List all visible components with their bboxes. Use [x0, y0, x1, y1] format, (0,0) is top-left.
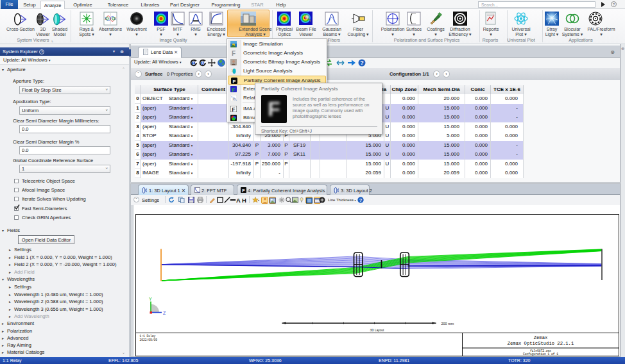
svg-text:A: A [201, 62, 204, 65]
svg-text:1: 1 [193, 62, 194, 65]
svg-text:?: ? [360, 60, 364, 66]
svg-text:1:1 Relay: 1:1 Relay [139, 335, 155, 338]
svg-text:F: F [232, 87, 235, 92]
svg-text:F: F [233, 78, 236, 84]
svg-text:?: ? [359, 197, 363, 203]
svg-text:Zemax: Zemax [533, 335, 547, 340]
svg-text:Zemax OpticStudio 22.1.1: Zemax OpticStudio 22.1.1 [507, 341, 574, 346]
svg-text:F: F [268, 97, 280, 120]
svg-text:Z: Z [163, 311, 166, 315]
svg-text:F: F [232, 106, 235, 112]
svg-text:200 mm: 200 mm [441, 322, 454, 326]
svg-text:F: F [232, 50, 235, 56]
svg-text:Configuration 1 of 1: Configuration 1 of 1 [522, 352, 558, 356]
svg-text:RI: RI [233, 97, 236, 101]
svg-text:3D Layout: 3D Layout [370, 329, 384, 332]
svg-text:2022/09/09: 2022/09/09 [139, 338, 157, 342]
svg-text:Y: Y [149, 297, 152, 301]
svg-text:F: F [242, 188, 245, 193]
svg-text:file6872.zmx: file6872.zmx [529, 349, 551, 352]
